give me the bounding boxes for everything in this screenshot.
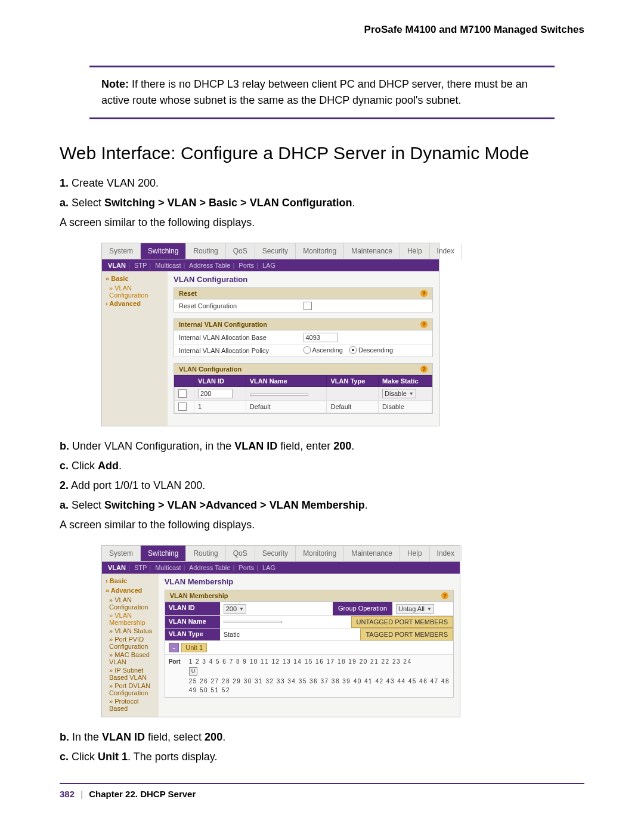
step-1-text: Create VLAN 200. [72, 177, 159, 189]
sidebar-item[interactable]: » Port PVID Configuration [109, 636, 155, 650]
unit-collapse[interactable]: - [169, 643, 179, 652]
port-grid: Port1 2 3 4 5 6 7 8 9 10 11 12 13 14 15 … [165, 654, 453, 697]
vlan-config-header: VLAN Configuration [179, 366, 242, 373]
step-1: 1. Create VLAN 200. [60, 175, 584, 191]
step-1c-bold: Add [98, 460, 119, 472]
page-footer: 382 | Chapter 22. DHCP Server [60, 783, 584, 799]
port-numbers-row2: 25 26 27 28 29 30 31 32 33 34 35 36 37 3… [189, 678, 450, 685]
subtab-vlan[interactable]: VLAN [108, 564, 126, 571]
subtab-stp[interactable]: STP [134, 262, 147, 269]
vlan-id-label: VLAN ID [165, 602, 220, 615]
tab-system[interactable]: System [102, 546, 141, 561]
tab-routing[interactable]: Routing [186, 546, 225, 561]
unit-1-button[interactable]: Unit 1 [181, 643, 207, 652]
subtab-address-table[interactable]: Address Table [189, 262, 231, 269]
col-vlan-id: VLAN ID [194, 376, 246, 387]
sidebar-basic[interactable]: › Basic [106, 577, 155, 584]
tagged-members-button[interactable]: TAGGED PORT MEMBERS [360, 628, 453, 640]
subtab-lag[interactable]: LAG [262, 564, 275, 571]
step-2-num: 2. [60, 479, 69, 491]
help-icon[interactable]: ? [420, 366, 428, 373]
step-2b-period: . [222, 731, 225, 743]
sidebar-item[interactable]: » MAC Based VLAN [109, 651, 155, 665]
tab-maintenance[interactable]: Maintenance [344, 243, 400, 259]
step-2a-prefix: Select [72, 499, 104, 511]
col-make-static: Make Static [379, 376, 432, 387]
subtab-stp[interactable]: STP [134, 564, 147, 571]
subtab-address-table[interactable]: Address Table [189, 564, 231, 571]
subtab-multicast[interactable]: Multicast [155, 564, 181, 571]
help-icon[interactable]: ? [420, 321, 428, 328]
make-static-select[interactable]: Disable▼ [382, 389, 416, 398]
tab-index[interactable]: Index [430, 243, 462, 259]
step-2a: a. Select Switching > VLAN >Advanced > V… [60, 497, 584, 513]
sidebar-advanced[interactable]: » Advanced [106, 587, 155, 594]
sidebar-basic[interactable]: » Basic [106, 275, 164, 282]
help-icon[interactable]: ? [420, 290, 428, 297]
step-1-num: 1. [60, 177, 69, 189]
col-vlan-type: VLAN Type [327, 376, 379, 387]
ascending-radio[interactable]: Ascending [304, 346, 343, 354]
descending-radio[interactable]: Descending [349, 346, 393, 354]
tab-security[interactable]: Security [255, 243, 296, 259]
subtab-ports[interactable]: Ports [239, 262, 254, 269]
row-checkbox[interactable] [178, 402, 187, 411]
tab-help[interactable]: Help [400, 546, 430, 561]
vlan-name-input[interactable] [250, 394, 308, 396]
vlan-name-input[interactable] [224, 621, 282, 623]
chapter-label: Chapter 22. DHCP Server [89, 789, 196, 799]
screenshot-vlan-configuration: System Switching Routing QoS Security Mo… [101, 243, 439, 426]
tab-qos[interactable]: QoS [226, 243, 255, 259]
sidebar-item-membership[interactable]: » VLAN Membership [109, 612, 155, 626]
sidebar-item[interactable]: » IP Subnet Based VLAN [109, 667, 155, 681]
subtab-ports[interactable]: Ports [239, 564, 254, 571]
step-1a-num: a. [60, 197, 69, 209]
step-1c-num: c. [60, 460, 69, 472]
untagged-members-button[interactable]: UNTAGGED PORT MEMBERS [351, 616, 453, 628]
sub-tabs: VLAN| STP| Multicast| Address Table| Por… [102, 259, 439, 271]
alloc-base-input[interactable]: 4093 [304, 333, 338, 342]
tab-monitoring[interactable]: Monitoring [296, 546, 344, 561]
tab-routing[interactable]: Routing [186, 243, 225, 259]
sidebar-item[interactable]: » Protocol Based [109, 698, 155, 712]
step-1b: b. Under VLAN Configuration, in the VLAN… [60, 438, 584, 454]
vlan-type-label: VLAN Type [165, 628, 220, 640]
vlan-id-cell: 1 [194, 401, 246, 413]
group-operation-select[interactable]: Untag All▼ [396, 604, 434, 614]
step-2b-mid: field, select [145, 731, 205, 743]
tab-qos[interactable]: QoS [226, 546, 255, 561]
panel-title-2: VLAN Membership [165, 577, 454, 586]
sidebar-vlan-configuration[interactable]: » VLAN Configuration [109, 284, 164, 299]
note-block: Note: If there is no DHCP L3 relay betwe… [89, 66, 555, 119]
tab-help[interactable]: Help [400, 243, 430, 259]
reset-box: Reset? Reset Configuration [174, 287, 433, 312]
help-icon[interactable]: ? [441, 592, 448, 599]
tab-switching[interactable]: Switching [141, 546, 186, 561]
tab-monitoring[interactable]: Monitoring [296, 243, 344, 259]
row-checkbox[interactable] [178, 389, 187, 398]
sidebar-item[interactable]: » Port DVLAN Configuration [109, 682, 155, 696]
vlan-id-input[interactable]: 200 [198, 389, 233, 398]
sidebar-item[interactable]: » VLAN Configuration [109, 596, 155, 611]
step-2c-bold: Unit 1 [98, 751, 128, 763]
sidebar-item[interactable]: » VLAN Status [109, 627, 155, 634]
vlan-id-select[interactable]: 200▼ [224, 604, 246, 614]
tab-security[interactable]: Security [255, 546, 296, 561]
reset-configuration-checkbox[interactable] [304, 302, 312, 310]
sidebar-advanced[interactable]: › Advanced [106, 300, 164, 307]
vlan-name-label: VLAN Name [165, 616, 220, 628]
subtab-lag[interactable]: LAG [262, 262, 275, 269]
subtab-multicast[interactable]: Multicast [155, 262, 181, 269]
internal-vlan-header: Internal VLAN Configuration [179, 321, 267, 328]
tab-index[interactable]: Index [430, 546, 462, 561]
subtab-vlan[interactable]: VLAN [108, 262, 126, 269]
tab-switching[interactable]: Switching [141, 243, 186, 259]
step-1b-num: b. [60, 440, 69, 452]
internal-vlan-box: Internal VLAN Configuration? Internal VL… [174, 318, 433, 357]
tab-maintenance[interactable]: Maintenance [344, 546, 400, 561]
vlan-table: VLAN ID VLAN Name VLAN Type Make Static … [174, 375, 432, 413]
tab-system[interactable]: System [102, 243, 141, 259]
screenshot-vlan-membership: System Switching Routing QoS Security Mo… [101, 545, 460, 717]
step-1a: a. Select Switching > VLAN > Basic > VLA… [60, 195, 584, 211]
membership-box: VLAN Membership? VLAN ID 200▼ Group Oper… [165, 590, 454, 698]
